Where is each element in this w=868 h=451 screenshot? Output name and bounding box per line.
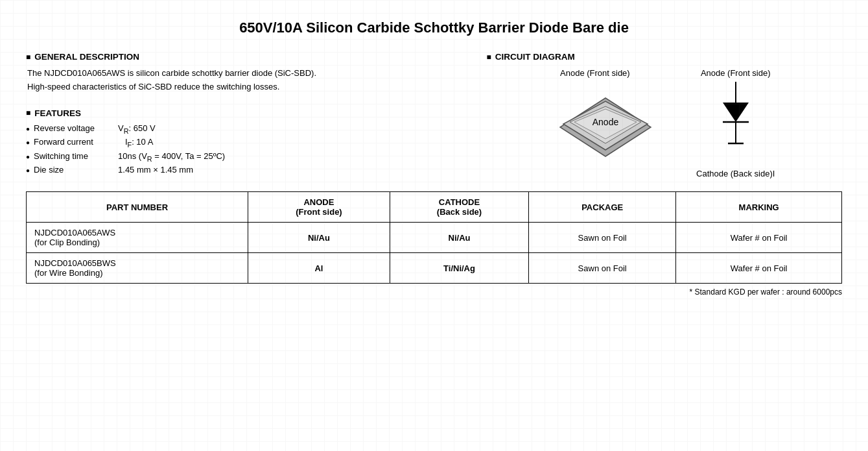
general-description-text: The NJDCD010A065AWS is silicon carbide s… <box>27 67 460 94</box>
anode-front-circuit-label: Anode (Front side) <box>701 68 771 78</box>
circuit-diagram-heading: CIRCUIT DIAGRAM <box>486 52 842 62</box>
svg-text:Anode: Anode <box>592 117 619 127</box>
feature-item-4: Die size 1.45 mm × 1.45 mm <box>26 165 460 175</box>
svg-marker-6 <box>723 103 749 122</box>
anode-front-label: Anode (Front side) <box>554 68 657 78</box>
cathode-2: Ti/Ni/Ag <box>390 253 528 284</box>
table-row-1: NJDCD010A065AWS(for Clip Bonding) Ni/Au … <box>27 223 842 253</box>
package-1: Sawn on Foil <box>529 223 676 253</box>
feature-item-3: Switching time 10ns (VR = 400V, Ta = 25º… <box>26 151 460 163</box>
col-header-cathode: CATHODE(Back side) <box>390 192 528 223</box>
feature-item-2: Forward current IF: 10 A <box>26 137 460 149</box>
col-header-anode: ANODE(Front side) <box>248 192 390 223</box>
circuit-symbol-svg <box>716 82 755 166</box>
part-number-2: NJDCD010A065BWS(for Wire Bonding) <box>27 253 248 284</box>
col-header-part-number: PART NUMBER <box>27 192 248 223</box>
feature-item-1: Reverse voltage VR: 650 V <box>26 123 460 135</box>
features-list: Reverse voltage VR: 650 V Forward curren… <box>26 123 460 175</box>
die-illustration: Anode <box>554 82 657 166</box>
anode-2: Al <box>248 253 390 284</box>
circuit-symbol: Anode (Front side) Cathode (Back side) <box>696 68 775 178</box>
parts-table: PART NUMBER ANODE(Front side) CATHODE(Ba… <box>26 191 842 284</box>
features-heading: FEATURES <box>26 108 460 118</box>
footnote: * Standard KGD per wafer : around 6000pc… <box>26 287 842 297</box>
anode-1: Ni/Au <box>248 223 390 253</box>
marking-2: Wafer # on Foil <box>676 253 842 284</box>
general-description-heading: GENERAL DESCRIPTION <box>26 52 460 62</box>
marking-1: Wafer # on Foil <box>676 223 842 253</box>
cathode-back-label: Cathode (Back side)I <box>696 169 775 178</box>
col-header-package: PACKAGE <box>529 192 676 223</box>
cathode-1: Ni/Au <box>390 223 528 253</box>
table-row-2: NJDCD010A065BWS(for Wire Bonding) Al Ti/… <box>27 253 842 284</box>
circuit-diagram-area: Anode (Front side) Anode <box>486 68 842 178</box>
col-header-marking: MARKING <box>676 192 842 223</box>
package-2: Sawn on Foil <box>529 253 676 284</box>
page-title: 650V/10A Silicon Carbide Schottky Barrie… <box>26 19 842 36</box>
part-number-1: NJDCD010A065AWS(for Clip Bonding) <box>27 223 248 253</box>
